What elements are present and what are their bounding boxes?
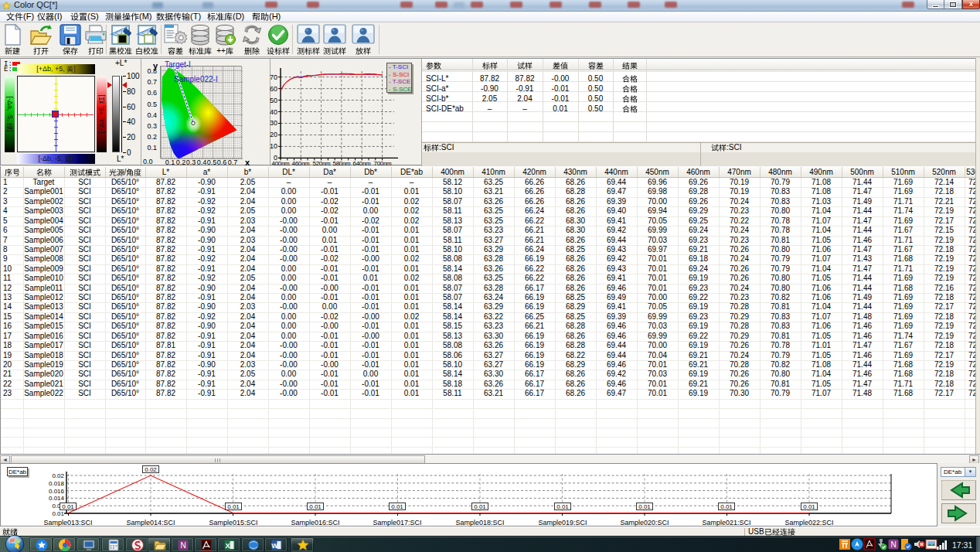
svg-text:N: N: [890, 540, 896, 549]
svg-text:W: W: [271, 542, 278, 550]
svg-text:N: N: [180, 541, 185, 550]
svg-text:X: X: [225, 542, 230, 550]
